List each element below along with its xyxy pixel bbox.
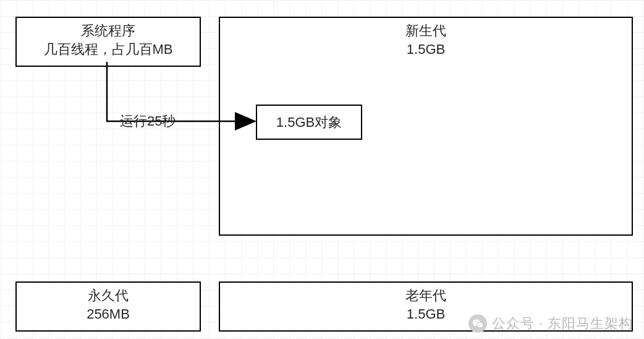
young-gen-title: 新生代 [405,22,446,40]
system-program-subtitle: 几百线程，占几百MB [44,40,173,59]
system-program-title: 系统程序 [81,22,135,40]
edge-label-run25s: 运行25秒 [120,112,176,131]
box-system-program: 系统程序 几百线程，占几百MB [15,17,201,67]
object-label: 1.5GB对象 [276,113,342,132]
old-gen-title: 老年代 [405,286,446,305]
box-object: 1.5GB对象 [256,105,362,140]
young-gen-size: 1.5GB [407,40,445,59]
perm-gen-title: 永久代 [88,286,129,305]
old-gen-size: 1.5GB [407,305,445,324]
box-perm-gen: 永久代 256MB [15,281,201,332]
perm-gen-size: 256MB [87,305,130,324]
box-old-gen: 老年代 1.5GB [219,281,633,332]
